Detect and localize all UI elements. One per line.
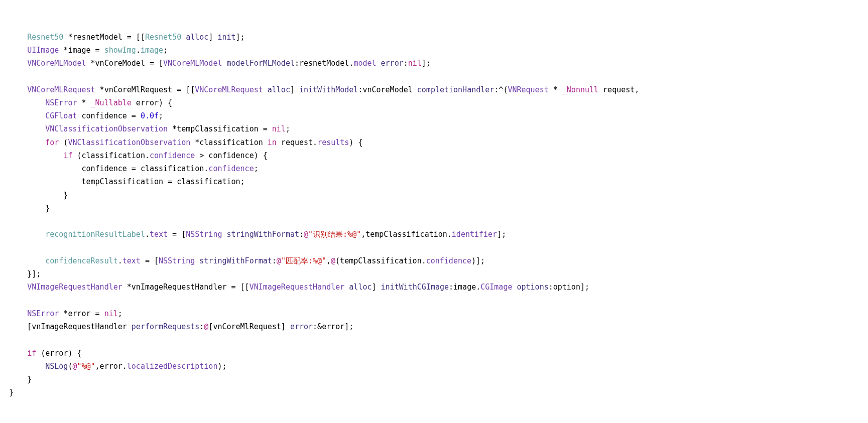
code-line <box>9 215 859 228</box>
code-line <box>9 294 859 307</box>
code-line: confidenceResult.text = [NSString string… <box>9 254 859 267</box>
code-line: } <box>9 386 859 399</box>
code-editor[interactable]: Resnet50 *resnetModel = [[Resnet50 alloc… <box>9 31 859 399</box>
code-line: NSError * _Nullable error) { <box>9 96 859 109</box>
code-line: VNClassificationObservation *tempClassif… <box>9 122 859 135</box>
code-line <box>9 333 859 346</box>
code-line: } <box>9 202 859 215</box>
code-line: confidence = classification.confidence; <box>9 162 859 175</box>
code-line: tempClassification = classification; <box>9 175 859 188</box>
code-line: } <box>9 373 859 386</box>
code-line: VNImageRequestHandler *vnImageRequestHan… <box>9 280 859 294</box>
code-line: UIImage *image = showImg.image; <box>9 44 859 57</box>
code-line: VNCoreMLRequest *vnCoreMlRequest = [[VNC… <box>9 83 859 96</box>
code-line <box>9 70 859 83</box>
code-line: NSLog(@"%@",error.localizedDescription); <box>9 360 859 373</box>
code-line: if (classification.confidence > confiden… <box>9 149 859 162</box>
code-line: for (VNClassificationObservation *classi… <box>9 136 859 149</box>
code-line: } <box>9 189 859 202</box>
code-line: if (error) { <box>9 347 859 360</box>
code-line <box>9 241 859 254</box>
code-line: Resnet50 *resnetModel = [[Resnet50 alloc… <box>9 31 859 44</box>
code-line: VNCoreMLModel *vnCoreModel = [VNCoreMLMo… <box>9 57 859 70</box>
code-line: NSError *error = nil; <box>9 307 859 320</box>
code-line: }]; <box>9 267 859 280</box>
code-line: recognitionResultLabel.text = [NSString … <box>9 228 859 241</box>
code-line: CGFloat confidence = 0.0f; <box>9 109 859 122</box>
code-line: [vnImageRequestHandler performRequests:@… <box>9 320 859 333</box>
